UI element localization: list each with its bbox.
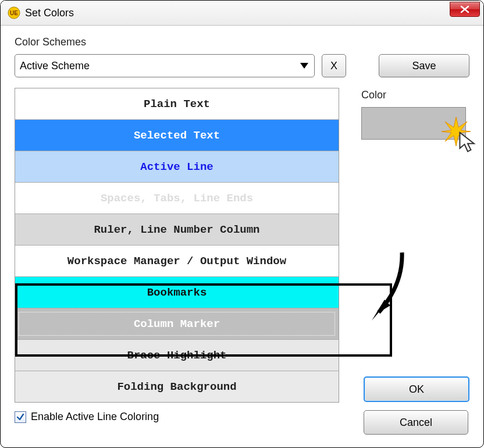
list-item-brace-highlight[interactable]: Brace Highlight bbox=[15, 340, 339, 371]
title-bar: UE Set Colors bbox=[1, 1, 483, 26]
enable-active-line-checkbox[interactable] bbox=[15, 411, 26, 423]
enable-active-line-label: Enable Active Line Coloring bbox=[31, 411, 159, 423]
list-item-active-line[interactable]: Active Line bbox=[15, 151, 339, 183]
close-button[interactable] bbox=[450, 2, 480, 17]
save-button[interactable]: Save bbox=[379, 54, 469, 77]
list-item-label: Selected Text bbox=[134, 129, 220, 142]
window-title: Set Colors bbox=[25, 7, 74, 19]
scheme-dropdown-value: Active Scheme bbox=[20, 60, 90, 72]
list-item-label: Bookmarks bbox=[147, 286, 207, 299]
list-item-spaces-tabs[interactable]: Spaces, Tabs, Line Ends bbox=[15, 183, 339, 214]
list-item-label: Folding Background bbox=[117, 381, 236, 393]
color-label: Color bbox=[361, 89, 469, 101]
cancel-button-label: Cancel bbox=[400, 417, 432, 429]
list-item-label: Workspace Manager / Output Window bbox=[67, 255, 286, 268]
top-row: Active Scheme X Save bbox=[15, 54, 469, 77]
svg-text:UE: UE bbox=[10, 10, 18, 16]
clear-scheme-label: X bbox=[330, 60, 337, 72]
cancel-button[interactable]: Cancel bbox=[364, 410, 468, 435]
list-item-label: Active Line bbox=[140, 161, 213, 173]
color-panel: Color bbox=[361, 88, 469, 403]
color-items-list: Plain Text Selected Text Active Line Spa… bbox=[15, 88, 339, 403]
list-item-label: Column Marker bbox=[134, 318, 220, 330]
main-row: Plain Text Selected Text Active Line Spa… bbox=[15, 88, 469, 403]
list-item-selected-text[interactable]: Selected Text bbox=[15, 120, 339, 151]
dialog-buttons: OK Cancel bbox=[364, 376, 469, 435]
list-item-bookmarks[interactable]: Bookmarks bbox=[15, 277, 339, 308]
dialog-content: Color Schemes Active Scheme X Save Plain… bbox=[1, 26, 483, 423]
list-item-workspace[interactable]: Workspace Manager / Output Window bbox=[15, 246, 339, 277]
scheme-dropdown[interactable]: Active Scheme bbox=[15, 54, 315, 77]
app-icon: UE bbox=[8, 6, 20, 19]
color-schemes-label: Color Schemes bbox=[15, 36, 469, 48]
list-item-plain-text[interactable]: Plain Text bbox=[15, 88, 339, 120]
list-item-label: Brace Highlight bbox=[127, 349, 226, 362]
dialog-window: UE Set Colors Color Schemes Active Schem… bbox=[0, 0, 484, 448]
list-item-ruler[interactable]: Ruler, Line Number Column bbox=[15, 214, 339, 246]
list-item-column-marker[interactable]: Column Marker bbox=[15, 308, 339, 340]
chevron-down-icon bbox=[300, 63, 308, 69]
ok-button-label: OK bbox=[409, 383, 424, 396]
list-item-label: Plain Text bbox=[144, 98, 210, 111]
clear-scheme-button[interactable]: X bbox=[322, 54, 346, 77]
list-item-folding-background[interactable]: Folding Background bbox=[15, 371, 339, 402]
list-item-label: Ruler, Line Number Column bbox=[94, 223, 259, 236]
ok-button[interactable]: OK bbox=[364, 376, 469, 402]
color-swatch-button[interactable] bbox=[361, 107, 466, 140]
list-item-label: Spaces, Tabs, Line Ends bbox=[101, 192, 253, 205]
save-button-label: Save bbox=[412, 60, 436, 72]
